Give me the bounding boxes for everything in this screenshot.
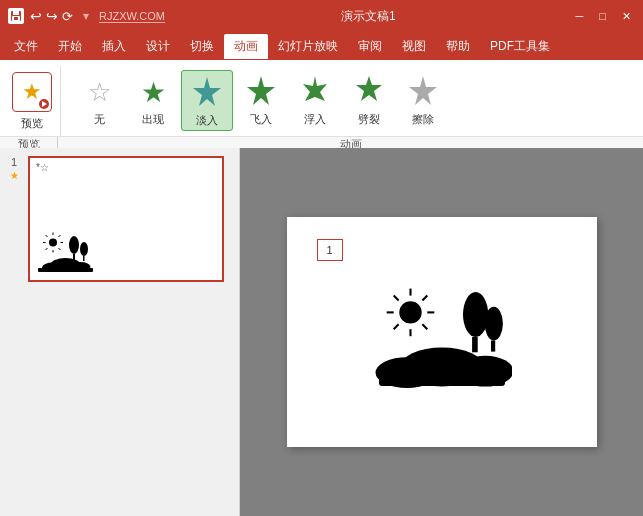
menu-slideshow[interactable]: 幻灯片放映: [268, 34, 348, 59]
anim-float-icon: [297, 74, 333, 110]
svg-rect-42: [379, 376, 505, 386]
window-controls: ─ □ ✕: [572, 8, 635, 25]
menu-design[interactable]: 设计: [136, 34, 180, 59]
canvas-content: 1: [287, 217, 597, 447]
svg-point-35: [463, 292, 488, 337]
svg-point-26: [399, 301, 421, 323]
document-title: 演示文稿1: [341, 8, 396, 25]
svg-marker-5: [247, 76, 275, 105]
anim-wipe[interactable]: 擦除: [397, 70, 449, 131]
canvas-landscape-icon: [372, 272, 512, 392]
anim-wipe-icon: [405, 74, 441, 110]
svg-line-34: [393, 324, 398, 329]
anim-wipe-label: 擦除: [412, 112, 434, 127]
svg-point-20: [80, 242, 88, 256]
preview-button[interactable]: ★: [12, 72, 52, 112]
animations-group: ☆ 无 ★ 出现 淡入: [65, 66, 635, 135]
menu-transition[interactable]: 切换: [180, 34, 224, 59]
svg-marker-4: [193, 77, 221, 106]
svg-rect-1: [13, 11, 19, 15]
refresh-icon[interactable]: ⟳: [62, 9, 73, 24]
thumb-star-mark: *☆: [36, 162, 49, 173]
anim-appear-label: 出现: [142, 112, 164, 127]
svg-rect-36: [472, 337, 478, 352]
svg-marker-8: [409, 76, 437, 105]
menu-view[interactable]: 视图: [392, 34, 436, 59]
svg-line-31: [393, 296, 398, 301]
svg-rect-21: [83, 256, 85, 261]
thumb-inner: *☆: [30, 158, 222, 280]
slide-num-col: 1 ★: [6, 156, 22, 181]
menu-insert[interactable]: 插入: [92, 34, 136, 59]
menu-animation[interactable]: 动画: [224, 34, 268, 59]
anim-appear[interactable]: ★ 出现: [127, 70, 179, 131]
svg-line-15: [59, 248, 61, 250]
svg-line-32: [422, 324, 427, 329]
menu-home[interactable]: 开始: [48, 34, 92, 59]
anim-float[interactable]: 浮入: [289, 70, 341, 131]
slide-thumb-1: 1 ★ *☆: [6, 156, 233, 282]
redo-icon[interactable]: ↪: [46, 8, 58, 24]
anim-split[interactable]: 劈裂: [343, 70, 395, 131]
anim-none-icon: ☆: [81, 74, 117, 110]
save-icon[interactable]: [8, 8, 24, 24]
slide-canvas[interactable]: 1: [287, 217, 597, 447]
anim-appear-icon: ★: [135, 74, 171, 110]
undo-redo-group: ↩ ↪ ⟳: [30, 8, 73, 24]
animation-badge-number: 1: [326, 244, 332, 256]
anim-none[interactable]: ☆ 无: [73, 70, 125, 131]
svg-point-37: [484, 307, 502, 341]
svg-marker-6: [303, 76, 327, 101]
menu-pdf[interactable]: PDF工具集: [480, 34, 560, 59]
svg-point-18: [69, 236, 79, 254]
title-bar-left: ↩ ↪ ⟳ ▾ RJZXW.COM: [8, 8, 165, 24]
anim-fly[interactable]: 飞入: [235, 70, 287, 131]
menu-help[interactable]: 帮助: [436, 34, 480, 59]
menu-file[interactable]: 文件: [4, 34, 48, 59]
preview-play-icon: [39, 99, 49, 109]
svg-marker-7: [356, 76, 382, 101]
close-button[interactable]: ✕: [618, 8, 635, 25]
anim-fadein[interactable]: 淡入: [181, 70, 233, 131]
ribbon: ★ 预览 ☆ 无 ★ 出现: [0, 60, 643, 148]
brand-separator: ▾: [83, 9, 89, 23]
anim-fly-label: 飞入: [250, 112, 272, 127]
anim-split-icon: [351, 74, 387, 110]
anim-fly-icon: [243, 74, 279, 110]
svg-line-33: [422, 296, 427, 301]
brand-text: RJZXW.COM: [99, 10, 165, 23]
anim-none-label: 无: [94, 112, 105, 127]
svg-rect-38: [491, 340, 495, 351]
thumb-landscape-icon: [38, 230, 93, 272]
minimize-button[interactable]: ─: [572, 8, 588, 24]
main-area: 1 ★ *☆: [0, 148, 643, 516]
title-bar: ↩ ↪ ⟳ ▾ RJZXW.COM 演示文稿1 ─ □ ✕: [0, 0, 643, 32]
anim-fadein-label: 淡入: [196, 113, 218, 128]
slide-panel: 1 ★ *☆: [0, 148, 240, 516]
svg-line-17: [46, 248, 48, 250]
slide-thumbnail-1[interactable]: *☆: [28, 156, 224, 282]
canvas-area: 1: [240, 148, 643, 516]
anim-float-label: 浮入: [304, 112, 326, 127]
preview-label: 预览: [21, 116, 43, 131]
maximize-button[interactable]: □: [595, 8, 610, 24]
anim-fadein-icon: [189, 75, 225, 111]
undo-icon[interactable]: ↩: [30, 8, 42, 24]
ribbon-content: ★ 预览 ☆ 无 ★ 出现: [0, 60, 643, 136]
svg-line-16: [59, 235, 61, 237]
menu-bar: 文件 开始 插入 设计 切换 动画 幻灯片放映 审阅 视图 帮助 PDF工具集: [0, 32, 643, 60]
preview-group: ★ 预览: [8, 66, 61, 136]
slide-number: 1: [11, 156, 17, 168]
svg-rect-3: [14, 17, 18, 20]
animation-badge: 1: [317, 239, 343, 261]
svg-rect-25: [38, 268, 93, 272]
anim-split-label: 劈裂: [358, 112, 380, 127]
menu-review[interactable]: 审阅: [348, 34, 392, 59]
slide-star-icon: ★: [10, 170, 19, 181]
svg-line-14: [46, 235, 48, 237]
svg-point-9: [49, 239, 57, 247]
